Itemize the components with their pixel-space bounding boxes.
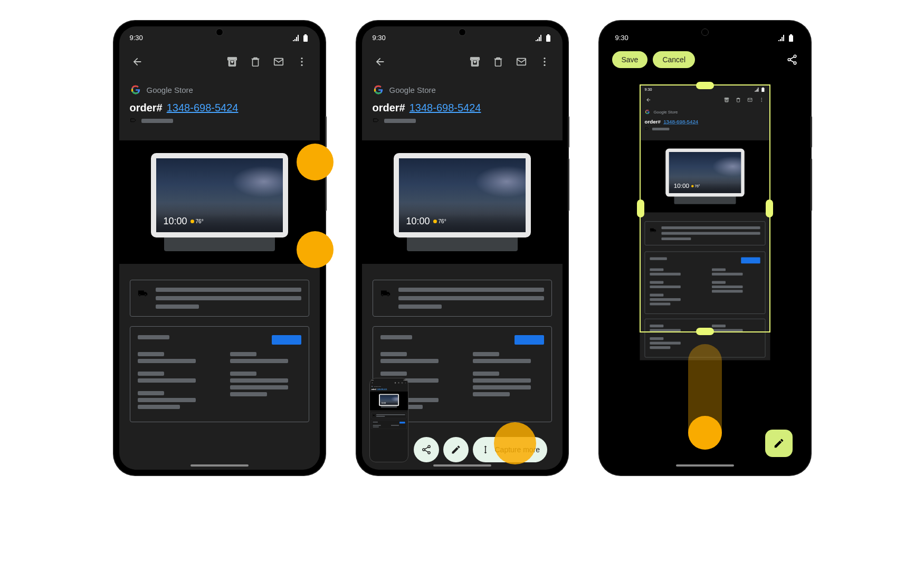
phone-frame-1: 9:30 Google Store order# 1348-698-5424 [114, 21, 325, 475]
details-card [130, 326, 309, 422]
battery-icon [545, 34, 552, 42]
status-icons [778, 34, 795, 42]
signal-icon [778, 34, 785, 42]
touch-indicator-power [297, 231, 334, 268]
phone-frame-3: 9:30 Save Cancel 9:30 Google Storeorder#… [599, 21, 811, 475]
skel-line [138, 391, 164, 395]
action-button[interactable] [515, 335, 544, 345]
truck-icon [138, 289, 148, 297]
crop-scroll[interactable]: 9:30 Google Storeorder#1348-698-5424 10:… [640, 84, 770, 470]
phone-frame-2: 9:30 Google Store order#1348-698-5424 10… [357, 21, 568, 475]
skel-line [230, 372, 256, 376]
order-number-link[interactable]: 1348-698-5424 [167, 102, 239, 114]
nest-hub-time: 10:00 [406, 216, 430, 227]
back-button[interactable] [370, 52, 389, 71]
drag-gesture-thumb [688, 416, 722, 450]
skel-line [230, 392, 267, 396]
battery-icon [302, 34, 309, 42]
status-time: 9:30 [615, 34, 628, 42]
drag-gesture-track [688, 344, 722, 450]
order-prefix: order# [130, 102, 163, 114]
save-button[interactable]: Save [612, 51, 648, 68]
label-icon [130, 117, 137, 125]
signal-icon [535, 34, 542, 42]
edit-fab[interactable] [765, 430, 793, 457]
label-placeholder [141, 119, 173, 123]
skel-line [230, 385, 288, 389]
nest-hub-base [164, 235, 275, 251]
skel-line [138, 352, 164, 356]
nest-hub-screen: 10:00 76° [151, 153, 288, 237]
product-image-area: 10:00 76° [119, 140, 320, 264]
touch-indicator-capture-more [494, 422, 536, 464]
truck-icon [380, 289, 391, 297]
more-button[interactable] [535, 52, 554, 71]
label-icon [373, 117, 380, 125]
status-icons [535, 34, 552, 42]
nav-bar[interactable] [676, 464, 734, 467]
crop-toolbar: Save Cancel [605, 46, 805, 73]
screen-3: 9:30 Save Cancel 9:30 Google Storeorder#… [605, 26, 805, 470]
share-icon[interactable] [786, 54, 798, 65]
skel-line [156, 296, 301, 300]
skel-line [138, 335, 169, 339]
action-button[interactable] [272, 335, 301, 345]
email-content: Google Store order#1348-698-5424 [362, 78, 563, 140]
share-screenshot-button[interactable] [414, 437, 439, 462]
sender-name: Google Store [389, 85, 436, 94]
skel-line [156, 288, 301, 292]
app-bar [119, 46, 320, 78]
nest-hub-clock: 10:00 76° [164, 216, 204, 227]
sender-row: Google Store [130, 84, 309, 96]
shipping-card [373, 280, 552, 317]
nest-hub-device: 10:00 76° [151, 153, 288, 251]
status-time: 9:30 [373, 34, 386, 42]
signal-icon [292, 34, 300, 42]
skel-line [138, 372, 164, 376]
camera-cutout [701, 28, 709, 36]
mail-button[interactable] [512, 52, 531, 71]
label-placeholder [384, 119, 416, 123]
touch-indicator-volume [297, 144, 334, 180]
subject-row: order# 1348-698-5424 [130, 102, 309, 114]
delete-button[interactable] [246, 52, 265, 71]
archive-button[interactable] [223, 52, 242, 71]
product-image-area: 10:0076° [362, 140, 563, 264]
camera-cutout [216, 28, 223, 36]
sender-name: Google Store [147, 85, 193, 94]
nest-hub-temp: 76° [439, 218, 446, 224]
mail-button[interactable] [269, 52, 288, 71]
skel-line [156, 305, 199, 309]
screenshot-thumbnail[interactable]: 9:30 Google Storeorder#1348-698-5424 10:… [369, 378, 408, 462]
nest-hub-time: 10:00 [164, 216, 187, 227]
skel-line [138, 405, 180, 409]
nest-hub-temp: 76° [196, 218, 204, 224]
app-bar [362, 46, 563, 78]
shipping-card [130, 280, 309, 317]
cancel-button[interactable]: Cancel [653, 51, 695, 68]
status-icons [292, 34, 309, 42]
email-content: Google Store order# 1348-698-5424 [119, 78, 320, 140]
nav-bar[interactable] [190, 464, 249, 467]
label-row [130, 117, 309, 125]
archive-button[interactable] [465, 52, 484, 71]
skel-line [138, 398, 196, 402]
screen-1: 9:30 Google Store order# 1348-698-5424 [119, 26, 320, 470]
skel-line [138, 378, 196, 383]
order-number-link[interactable]: 1348-698-5424 [409, 102, 481, 114]
camera-cutout [459, 28, 466, 36]
crop-canvas: 9:30 Google Storeorder#1348-698-5424 10:… [605, 74, 805, 470]
delete-button[interactable] [489, 52, 508, 71]
order-prefix: order# [373, 102, 405, 114]
skel-line [138, 359, 196, 363]
back-button[interactable] [128, 52, 147, 71]
nav-bar[interactable] [433, 464, 491, 467]
google-logo-icon [130, 84, 141, 96]
status-time: 9:30 [130, 34, 143, 42]
skel-line [230, 352, 256, 356]
skel-line [230, 359, 288, 363]
more-button[interactable] [292, 52, 311, 71]
skel-line [230, 378, 288, 383]
edit-screenshot-button[interactable] [443, 437, 469, 462]
battery-icon [787, 34, 795, 42]
